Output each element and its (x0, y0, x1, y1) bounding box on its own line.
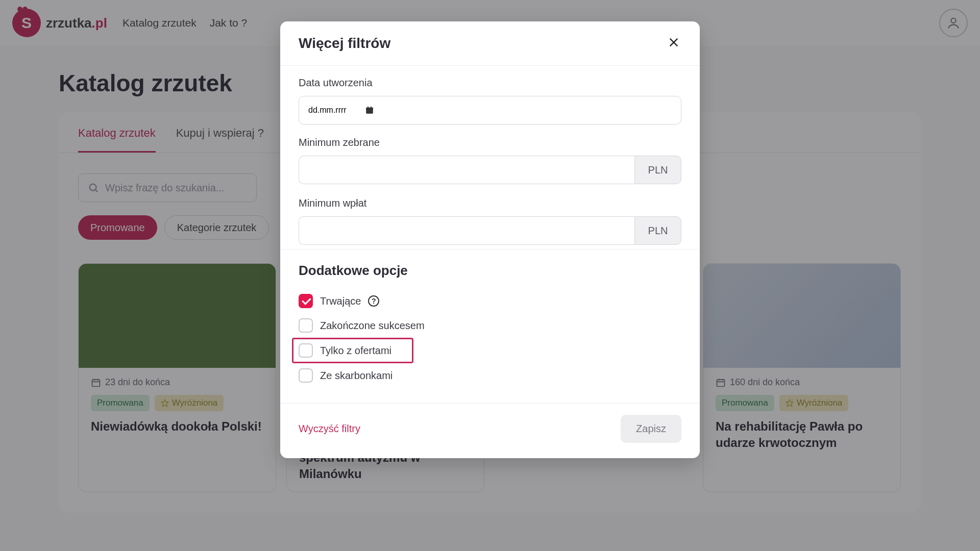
date-created-label: Data utworzenia (299, 77, 681, 89)
save-button[interactable]: Zapisz (621, 415, 681, 443)
checkbox-offers[interactable]: Tylko z ofertami (292, 338, 413, 363)
date-created-input[interactable]: dd.mm.rrrr (299, 96, 681, 124)
modal-body: Data utworzenia dd.mm.rrrr Minimum zebra… (280, 66, 700, 403)
min-payments-input[interactable] (299, 216, 634, 245)
svg-rect-16 (366, 108, 373, 110)
svg-rect-18 (371, 107, 372, 109)
divider (280, 249, 700, 249)
checkbox-label: Zakończone sukcesem (320, 320, 425, 332)
checkbox-icon (299, 368, 313, 383)
min-collected-label: Minimum zebrane (299, 137, 681, 148)
checkbox-label: Tylko z ofertami (320, 345, 391, 357)
checkbox-icon (299, 318, 313, 333)
min-payments-label: Minimum wpłat (299, 197, 681, 209)
close-button[interactable] (666, 35, 681, 52)
currency-suffix: PLN (634, 156, 681, 184)
close-icon (668, 37, 679, 48)
svg-rect-17 (368, 107, 369, 109)
modal-header: Więcej filtrów (280, 21, 700, 66)
currency-suffix: PLN (634, 216, 681, 245)
clear-filters-button[interactable]: Wyczyść filtry (299, 423, 360, 435)
calendar-icon (365, 106, 374, 115)
min-collected-input[interactable] (299, 156, 634, 184)
help-icon[interactable]: ? (368, 295, 379, 307)
checkbox-label: Ze skarbonkami (320, 370, 393, 382)
checkbox-icon (299, 294, 313, 308)
checkbox-ongoing[interactable]: Trwające ? (299, 289, 681, 313)
modal-title: Więcej filtrów (299, 35, 390, 52)
modal-footer: Wyczyść filtry Zapisz (280, 403, 700, 458)
checkbox-label: Trwające (320, 295, 361, 307)
checkbox-piggybanks[interactable]: Ze skarbonkami (299, 363, 681, 388)
date-placeholder: dd.mm.rrrr (308, 106, 347, 115)
additional-options-title: Dodatkowe opcje (299, 263, 681, 279)
modal-overlay[interactable]: Więcej filtrów Data utworzenia dd.mm.rrr… (0, 0, 980, 551)
filters-modal: Więcej filtrów Data utworzenia dd.mm.rrr… (280, 21, 700, 458)
checkbox-icon (299, 343, 313, 358)
checkbox-success[interactable]: Zakończone sukcesem (299, 313, 681, 338)
